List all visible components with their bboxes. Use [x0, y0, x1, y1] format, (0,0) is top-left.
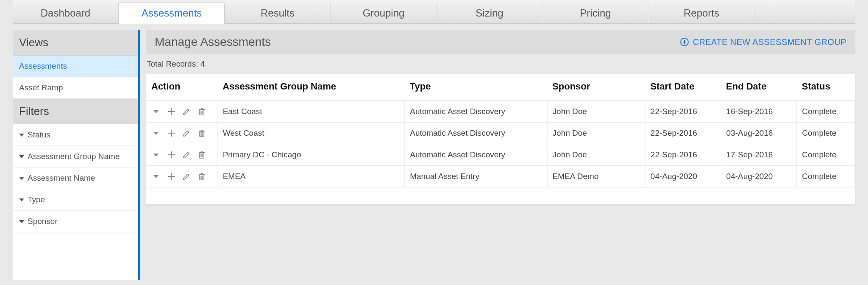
cell-type: Automatic Asset Discovery: [405, 123, 547, 144]
tab-reports[interactable]: Reports: [648, 3, 754, 23]
col-start-date[interactable]: Start Date: [645, 74, 721, 101]
add-icon[interactable]: [167, 150, 176, 159]
svg-rect-29: [168, 176, 175, 177]
main-panel: Manage Assessments CREATE NEW ASSESSMENT…: [140, 30, 855, 280]
cell-start-date: 22-Sep-2016: [645, 144, 721, 166]
add-icon[interactable]: [167, 107, 176, 116]
tab-assessments[interactable]: Assessments: [119, 3, 225, 24]
cell-end-date: 03-Aug-2016: [721, 123, 797, 144]
cell-group-name: Primary DC - Chicago: [217, 144, 405, 166]
filter-label: Sponsor: [28, 217, 58, 226]
cell-group-name: EMEA: [217, 166, 405, 187]
cell-end-date: 16-Sep-2016: [721, 101, 797, 123]
table-row: West Coast Automatic Asset Discovery Joh…: [146, 123, 855, 144]
svg-rect-11: [168, 133, 175, 134]
sidebar: Views Assessments Asset Ramp Filters Sta…: [13, 30, 140, 280]
cell-end-date: 04-Aug-2020: [721, 166, 797, 187]
filter-type[interactable]: Type: [13, 189, 138, 211]
col-status[interactable]: Status: [797, 74, 855, 101]
svg-marker-27: [153, 175, 159, 178]
svg-rect-4: [199, 109, 205, 110]
tab-sizing[interactable]: Sizing: [437, 3, 542, 23]
sidebar-view-asset-ramp[interactable]: Asset Ramp: [13, 77, 138, 99]
filter-assessment-group-name[interactable]: Assessment Group Name: [13, 146, 138, 168]
svg-rect-23: [201, 151, 203, 152]
col-action[interactable]: Action: [146, 74, 217, 101]
assessments-table: Action Assessment Group Name Type Sponso…: [146, 74, 855, 205]
tab-grouping[interactable]: Grouping: [331, 3, 437, 23]
svg-rect-14: [201, 130, 203, 131]
cell-type: Automatic Asset Discovery: [405, 101, 547, 123]
cell-group-name: East Coast: [217, 101, 405, 123]
delete-icon[interactable]: [197, 107, 206, 116]
caret-down-icon: [19, 134, 24, 137]
col-end-date[interactable]: End Date: [721, 74, 797, 101]
create-new-assessment-group-button[interactable]: CREATE NEW ASSESSMENT GROUP: [680, 37, 846, 47]
expand-row-icon[interactable]: [151, 150, 161, 159]
svg-rect-13: [199, 131, 205, 131]
cell-sponsor: John Doe: [547, 123, 645, 144]
add-icon[interactable]: [167, 129, 176, 138]
svg-rect-22: [199, 152, 205, 153]
top-tabbar: Dashboard Assessments Results Grouping S…: [13, 0, 855, 24]
cell-sponsor: John Doe: [547, 101, 645, 123]
caret-down-icon: [19, 155, 24, 158]
delete-icon[interactable]: [197, 150, 206, 159]
cell-end-date: 17-Sep-2016: [721, 144, 797, 166]
edit-icon[interactable]: [182, 107, 191, 116]
svg-rect-31: [199, 174, 205, 175]
svg-marker-0: [153, 110, 159, 113]
cell-sponsor: John Doe: [547, 144, 645, 166]
filter-label: Status: [28, 130, 50, 140]
filter-assessment-name[interactable]: Assessment Name: [13, 168, 138, 189]
cell-group-name: West Coast: [217, 123, 405, 144]
cell-sponsor: EMEA Demo: [547, 166, 645, 187]
edit-icon[interactable]: [182, 172, 191, 181]
create-label: CREATE NEW ASSESSMENT GROUP: [693, 37, 846, 47]
svg-rect-32: [201, 173, 203, 174]
delete-icon[interactable]: [197, 129, 206, 138]
table-row: Primary DC - Chicago Automatic Asset Dis…: [146, 144, 855, 166]
delete-icon[interactable]: [197, 172, 206, 181]
caret-down-icon: [19, 177, 24, 180]
col-sponsor[interactable]: Sponsor: [547, 74, 645, 101]
sidebar-view-assessments[interactable]: Assessments: [13, 56, 138, 77]
cell-start-date: 22-Sep-2016: [645, 123, 721, 144]
cell-start-date: 04-Aug-2020: [645, 166, 721, 187]
cell-status: Complete: [797, 166, 855, 187]
svg-rect-20: [168, 154, 175, 155]
filter-label: Assessment Group Name: [28, 152, 120, 161]
total-records-label: Total Records: 4: [146, 54, 855, 74]
svg-rect-2: [168, 111, 175, 112]
views-heading: Views: [13, 30, 138, 56]
panel-header: Manage Assessments CREATE NEW ASSESSMENT…: [146, 30, 855, 54]
expand-row-icon[interactable]: [151, 172, 161, 181]
svg-marker-9: [153, 132, 159, 135]
table-row: East Coast Automatic Asset Discovery Joh…: [146, 101, 855, 123]
tab-pricing[interactable]: Pricing: [542, 3, 648, 23]
col-group-name[interactable]: Assessment Group Name: [217, 74, 405, 101]
page-title: Manage Assessments: [155, 35, 271, 49]
filters-heading: Filters: [13, 99, 138, 124]
caret-down-icon: [19, 220, 24, 223]
svg-marker-18: [153, 154, 159, 156]
cell-start-date: 22-Sep-2016: [645, 101, 721, 123]
filter-status[interactable]: Status: [13, 124, 138, 146]
expand-row-icon[interactable]: [151, 107, 161, 116]
edit-icon[interactable]: [182, 129, 191, 138]
filter-label: Type: [28, 195, 45, 204]
expand-row-icon[interactable]: [151, 129, 161, 138]
caret-down-icon: [19, 198, 24, 201]
cell-status: Complete: [797, 101, 855, 123]
tab-dashboard[interactable]: Dashboard: [13, 3, 119, 23]
tab-results[interactable]: Results: [225, 3, 331, 23]
col-type[interactable]: Type: [405, 74, 547, 101]
filter-label: Assessment Name: [28, 173, 95, 183]
filter-sponsor[interactable]: Sponsor: [13, 211, 138, 232]
cell-type: Automatic Asset Discovery: [405, 144, 547, 166]
svg-rect-5: [201, 108, 203, 109]
add-icon[interactable]: [167, 172, 176, 181]
edit-icon[interactable]: [182, 150, 191, 159]
table-row: EMEA Manual Asset Entry EMEA Demo 04-Aug…: [146, 166, 855, 187]
cell-type: Manual Asset Entry: [405, 166, 547, 187]
